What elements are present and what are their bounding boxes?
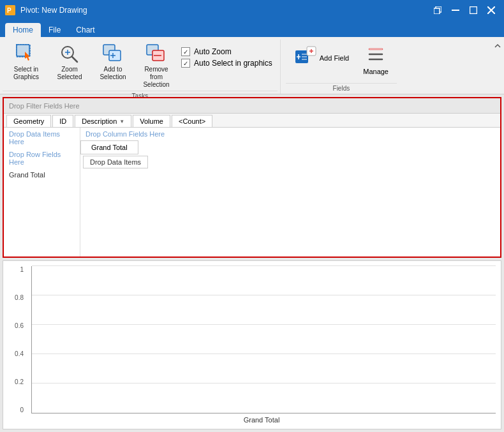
drop-filter-bar[interactable]: Drop Filter Fields Here	[4, 98, 500, 114]
y-label-02: 0.2	[15, 378, 24, 385]
manage-label: Manage	[363, 68, 389, 75]
zoom-selected-icon	[59, 44, 80, 64]
pivot-tab-description[interactable]: Description ▼	[75, 115, 131, 127]
y-label-1: 1	[20, 266, 24, 273]
chart-y-axis: 1 0.8 0.6 0.4 0.2 0	[8, 266, 26, 414]
pivot-table-area: Drop Filter Fields Here Geometry ID Desc…	[3, 97, 501, 258]
window-title: Pivot: New Drawing	[20, 6, 87, 15]
svg-rect-4	[470, 7, 477, 14]
gridline-02	[32, 383, 496, 384]
tab-home[interactable]: Home	[5, 23, 41, 37]
remove-from-selection-label: Remove from Selection	[138, 66, 174, 89]
chart-plot	[31, 266, 496, 414]
pivot-body: Drop Data Items Here Drop Row FieldsHere…	[4, 128, 500, 257]
restore-button[interactable]	[430, 4, 445, 17]
remove-from-selection-icon	[146, 44, 167, 64]
ribbon-group-fields: Add Field Manage Fields	[281, 40, 402, 94]
auto-select-label: Auto Select in graphics	[194, 59, 272, 68]
add-to-selection-icon	[103, 44, 123, 64]
auto-zoom-row[interactable]: ✓ Auto Zoom	[181, 47, 272, 56]
pivot-tab-volume[interactable]: Volume	[133, 115, 170, 127]
pivot-tab-geometry[interactable]: Geometry	[6, 115, 51, 127]
chart-x-label: Grand Total	[8, 413, 496, 424]
y-label-06: 0.6	[15, 322, 24, 329]
ribbon-fields-items: Add Field Manage	[286, 40, 397, 83]
svg-rect-2	[434, 8, 440, 14]
drop-data-items-overlay[interactable]: Drop Data Items	[83, 156, 148, 168]
menu-tabs: Home File Chart	[0, 20, 504, 37]
zoom-selected-label: Zoom Selected	[52, 66, 87, 81]
tab-chart[interactable]: Chart	[68, 23, 102, 37]
gridline-08	[32, 295, 496, 295]
y-label-08: 0.8	[15, 294, 24, 301]
grand-total-row-label: Grand Total	[4, 168, 80, 181]
manage-button[interactable]: Manage	[357, 42, 394, 78]
add-to-selection-button[interactable]: Add to Selection	[92, 42, 134, 83]
svg-line-12	[72, 57, 77, 62]
grand-total-cell: Grand Total	[80, 140, 138, 154]
add-field-label: Add Field	[320, 54, 349, 62]
pivot-row-area: Drop Data Items Here Drop Row FieldsHere…	[4, 128, 80, 257]
maximize-button[interactable]	[466, 4, 481, 17]
fields-group-label: Fields	[286, 83, 397, 94]
chart-area: Grand Total 1 0.8 0.6 0.4 0.2 0	[3, 260, 501, 430]
auto-zoom-checkbox[interactable]: ✓	[181, 47, 190, 56]
drop-column-fields[interactable]: Drop Column Fields Here	[80, 128, 500, 140]
add-field-icon	[294, 45, 317, 70]
app-icon: P	[5, 5, 15, 15]
tab-file[interactable]: File	[41, 23, 68, 37]
add-field-button[interactable]: Add Field	[288, 42, 355, 73]
add-to-selection-label: Add to Selection	[95, 66, 131, 81]
drop-filter-label: Drop Filter Fields Here	[9, 102, 80, 110]
auto-zoom-area: ✓ Auto Zoom ✓ Auto Select in graphics	[179, 42, 275, 68]
title-bar: P Pivot: New Drawing	[0, 0, 504, 20]
zoom-selected-button[interactable]: Zoom Selected	[48, 42, 91, 83]
pivot-tabs: Geometry ID Description ▼ Volume <Count>	[4, 114, 500, 128]
auto-select-checkbox[interactable]: ✓	[181, 59, 190, 68]
y-label-0: 0	[20, 406, 24, 413]
pivot-tab-id[interactable]: ID	[52, 115, 73, 127]
ribbon-tasks-items: Select in Graphics Zoom Selected	[3, 40, 278, 91]
window-controls	[430, 4, 499, 17]
remove-from-selection-button[interactable]: Remove from Selection	[135, 42, 177, 91]
title-bar-left: P Pivot: New Drawing	[5, 5, 87, 15]
gridline-1	[32, 265, 496, 266]
pivot-data-area: Drop Column Fields Here Grand Total Drop…	[80, 128, 500, 257]
select-in-graphics-label: Select in Graphics	[8, 66, 44, 81]
svg-text:P: P	[7, 7, 11, 14]
auto-zoom-label: Auto Zoom	[194, 47, 232, 56]
select-in-graphics-icon	[16, 44, 36, 64]
close-button[interactable]	[484, 4, 499, 17]
gridline-06	[32, 324, 496, 325]
manage-icon	[367, 45, 385, 68]
chart-container: 1 0.8 0.6 0.4 0.2 0	[8, 266, 496, 414]
y-label-04: 0.4	[15, 350, 24, 357]
drop-data-items-here[interactable]: Drop Data Items Here	[4, 128, 80, 148]
pivot-data-content: Grand Total Drop Data Items	[80, 140, 500, 257]
ribbon: Select in Graphics Zoom Selected	[0, 37, 504, 94]
pivot-tab-count[interactable]: <Count>	[172, 115, 212, 127]
description-sort-icon: ▼	[119, 119, 124, 124]
minimize-button[interactable]	[448, 4, 463, 17]
select-in-graphics-button[interactable]: Select in Graphics	[5, 42, 47, 83]
ribbon-collapse-button[interactable]	[491, 40, 504, 94]
drop-row-fields[interactable]: Drop Row FieldsHere	[4, 148, 80, 168]
ribbon-group-tasks: Select in Graphics Zoom Selected	[0, 40, 281, 94]
main-content: Drop Filter Fields Here Geometry ID Desc…	[0, 94, 504, 432]
auto-select-row[interactable]: ✓ Auto Select in graphics	[181, 59, 272, 68]
gridline-04	[32, 354, 496, 354]
